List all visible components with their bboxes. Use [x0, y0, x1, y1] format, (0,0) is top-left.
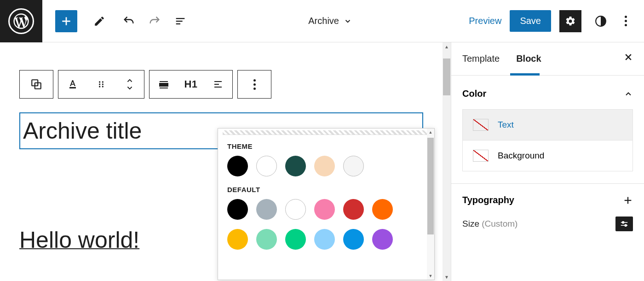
color-swatch-purple[interactable]: [372, 229, 393, 250]
text-color-icon: [67, 79, 78, 90]
block-type-button[interactable]: [19, 70, 53, 99]
size-settings-button[interactable]: [615, 217, 633, 231]
svg-point-10: [102, 81, 104, 82]
add-block-button[interactable]: [55, 10, 77, 32]
tab-block[interactable]: Block: [516, 42, 541, 75]
color-section: Color Text Background: [451, 76, 644, 181]
toolbar-group-text: [58, 70, 144, 99]
color-swatch-amber[interactable]: [227, 229, 248, 250]
svg-point-28: [625, 224, 627, 226]
color-swatch-red[interactable]: [343, 199, 364, 220]
color-swatch-peach[interactable]: [314, 156, 335, 176]
heading-level-button[interactable]: H1: [178, 70, 204, 99]
color-section-header[interactable]: Color: [462, 88, 633, 99]
block-toolbar: H1: [19, 70, 271, 99]
color-swatch-black[interactable]: [227, 156, 248, 176]
editor-topbar: Archive Preview Save: [0, 0, 644, 42]
gear-icon: [565, 16, 576, 27]
text-color-label: Text: [498, 120, 514, 130]
redo-button[interactable]: [144, 10, 166, 32]
preview-button[interactable]: Preview: [469, 16, 501, 26]
color-swatch-lightgray[interactable]: [343, 156, 364, 176]
toolbar-group-heading: H1: [149, 70, 233, 99]
color-section-title: Color: [462, 88, 486, 99]
list-view-button[interactable]: [169, 10, 191, 32]
more-vertical-icon: [249, 73, 260, 95]
document-title-dropdown[interactable]: Archive: [191, 16, 469, 26]
popover-scroll-down[interactable]: ▼: [427, 272, 434, 280]
edit-icon[interactable]: [88, 10, 110, 32]
popover-scrollbar[interactable]: ▲ ▼: [427, 129, 434, 280]
color-swatch-lightblue[interactable]: [314, 229, 335, 250]
size-label: Size: [462, 219, 479, 228]
archive-title-text: Archive title: [23, 117, 142, 144]
chevron-up-icon: [624, 89, 633, 99]
canvas-scrollbar[interactable]: ▲ ▼: [443, 42, 451, 281]
text-color-button[interactable]: [58, 70, 87, 99]
background-color-label: Background: [498, 151, 544, 161]
custom-color-bar[interactable]: [223, 130, 430, 135]
post-title-link[interactable]: Hello world!: [19, 227, 139, 253]
color-swatch-mint[interactable]: [256, 229, 277, 250]
chevrons-updown-icon: [125, 77, 135, 91]
theme-colors-row: [227, 156, 425, 176]
background-color-swatch: [473, 150, 489, 162]
svg-point-12: [102, 83, 104, 85]
editor-canvas: ▲ ▼: [0, 42, 451, 281]
text-align-button[interactable]: [204, 70, 232, 99]
color-swatch-darkteal[interactable]: [285, 156, 306, 176]
default-section-label: DEFAULT: [227, 186, 425, 193]
background-color-row[interactable]: Background: [463, 140, 632, 171]
scroll-up-arrow[interactable]: ▲: [443, 42, 451, 51]
save-button[interactable]: Save: [510, 10, 551, 32]
close-icon: [624, 53, 633, 62]
scrollbar-thumb[interactable]: [443, 59, 450, 95]
undo-button[interactable]: [118, 10, 140, 32]
settings-button[interactable]: [559, 10, 581, 32]
color-swatch-pink[interactable]: [314, 199, 335, 220]
color-swatch-black2[interactable]: [227, 199, 248, 220]
drag-icon: [97, 80, 106, 89]
color-swatch-blue[interactable]: [343, 229, 364, 250]
color-swatch-green[interactable]: [285, 229, 306, 250]
svg-point-9: [99, 81, 100, 82]
text-color-swatch: [473, 119, 489, 131]
styles-button[interactable]: [590, 10, 612, 32]
active-tab-indicator: [510, 73, 540, 76]
move-updown-button[interactable]: [115, 70, 144, 99]
svg-rect-8: [69, 87, 76, 88]
align-left-icon: [213, 79, 224, 90]
typography-section-header[interactable]: Typography: [451, 184, 644, 211]
close-sidebar-button[interactable]: [624, 53, 633, 62]
scroll-down-arrow[interactable]: ▼: [443, 273, 451, 281]
color-options: Text Background: [462, 109, 633, 171]
drag-handle[interactable]: [87, 70, 115, 99]
popover-scrollbar-thumb[interactable]: [427, 138, 434, 234]
wordpress-logo[interactable]: [0, 0, 42, 42]
block-more-button[interactable]: [237, 70, 271, 99]
default-colors-row2: [227, 229, 425, 250]
document-title-text: Archive: [308, 16, 339, 26]
half-circle-icon: [595, 15, 607, 27]
color-swatch-white2[interactable]: [285, 199, 306, 220]
plus-icon: [623, 195, 633, 205]
editor-main: ▲ ▼: [0, 42, 644, 281]
chevron-down-icon: [344, 17, 352, 25]
color-swatch-gray[interactable]: [256, 199, 277, 220]
svg-point-11: [99, 83, 100, 85]
heading-level-label: H1: [184, 78, 197, 90]
more-options-button[interactable]: [620, 10, 631, 32]
font-size-row: Size (Custom): [451, 211, 644, 239]
tab-template[interactable]: Template: [462, 42, 500, 75]
color-swatch-white[interactable]: [256, 156, 277, 176]
align-button[interactable]: [150, 70, 178, 99]
settings-sidebar: Template Block Color Text Background: [451, 42, 644, 281]
svg-rect-16: [160, 83, 168, 86]
group-icon: [30, 78, 42, 90]
text-color-row[interactable]: Text: [463, 110, 632, 140]
sliders-icon: [620, 220, 629, 228]
post-title-text: Hello world!: [19, 227, 139, 253]
wordpress-logo-icon: [8, 8, 34, 34]
color-swatch-orange[interactable]: [372, 199, 393, 220]
popover-scroll-up[interactable]: ▲: [427, 129, 434, 136]
